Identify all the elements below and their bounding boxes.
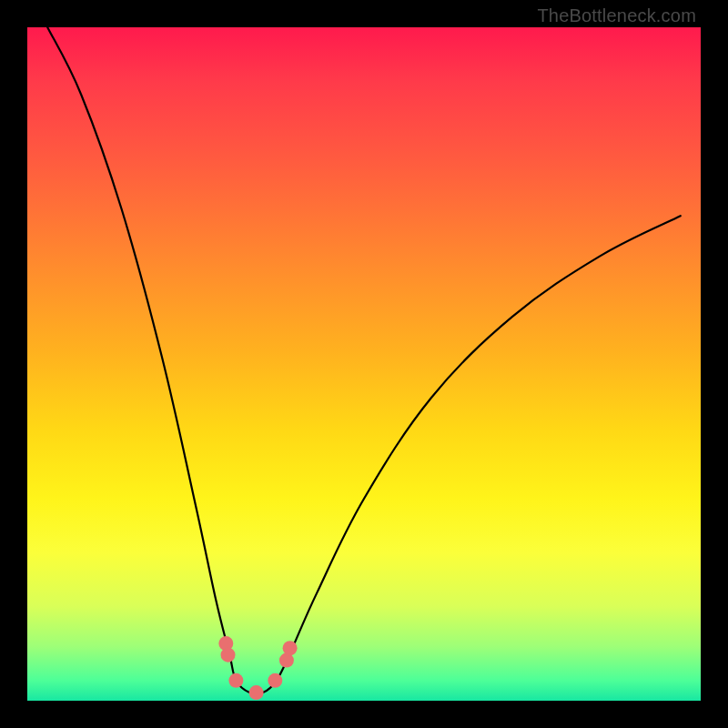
plot-area: [27, 27, 701, 701]
chart-frame: TheBottleneck.com: [0, 0, 728, 728]
highlight-marker: [268, 673, 282, 688]
highlight-marker: [283, 641, 298, 655]
highlight-marker: [221, 648, 236, 662]
highlight-marker: [249, 685, 264, 700]
attribution-text: TheBottleneck.com: [537, 5, 696, 26]
bottleneck-curve: [47, 27, 681, 694]
curve-svg: [27, 27, 701, 701]
highlight-marker: [228, 673, 243, 688]
highlight-markers: [218, 636, 297, 700]
